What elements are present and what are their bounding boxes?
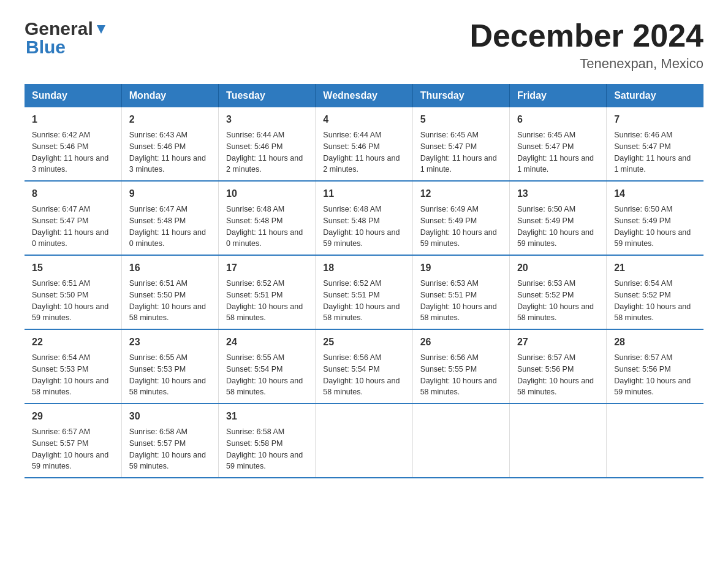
day-number: 2 (129, 112, 211, 127)
logo: General Blue (25, 18, 108, 58)
calendar-cell-5-5 (412, 404, 509, 478)
day-info: Sunrise: 6:50 AMSunset: 5:49 PMDaylight:… (614, 204, 696, 250)
calendar-cell-1-6: 6Sunrise: 6:45 AMSunset: 5:47 PMDaylight… (509, 107, 606, 181)
day-info: Sunrise: 6:43 AMSunset: 5:46 PMDaylight:… (129, 129, 211, 175)
day-number: 13 (517, 186, 599, 201)
col-header-friday: Friday (509, 84, 606, 107)
day-info: Sunrise: 6:57 AMSunset: 5:56 PMDaylight:… (517, 352, 599, 398)
day-info: Sunrise: 6:47 AMSunset: 5:48 PMDaylight:… (129, 204, 211, 250)
logo-arrow-icon (94, 23, 108, 36)
day-info: Sunrise: 6:48 AMSunset: 5:48 PMDaylight:… (226, 204, 308, 250)
day-info: Sunrise: 6:47 AMSunset: 5:47 PMDaylight:… (32, 204, 114, 250)
calendar-week-5: 29Sunrise: 6:57 AMSunset: 5:57 PMDayligh… (25, 404, 703, 478)
calendar-cell-2-2: 9Sunrise: 6:47 AMSunset: 5:48 PMDaylight… (121, 181, 218, 255)
day-number: 21 (614, 261, 696, 275)
col-header-monday: Monday (121, 84, 218, 107)
page-header: General Blue December 2024 Tenenexpan, M… (25, 18, 703, 72)
calendar-cell-2-3: 10Sunrise: 6:48 AMSunset: 5:48 PMDayligh… (219, 181, 316, 255)
calendar-cell-3-5: 19Sunrise: 6:53 AMSunset: 5:51 PMDayligh… (412, 255, 509, 329)
day-info: Sunrise: 6:54 AMSunset: 5:52 PMDaylight:… (614, 278, 696, 324)
day-info: Sunrise: 6:48 AMSunset: 5:48 PMDaylight:… (323, 204, 404, 250)
calendar-cell-1-7: 7Sunrise: 6:46 AMSunset: 5:47 PMDaylight… (607, 107, 703, 181)
calendar-cell-5-4 (316, 404, 412, 478)
day-number: 30 (129, 409, 211, 424)
col-header-saturday: Saturday (607, 84, 703, 107)
calendar-table: SundayMondayTuesdayWednesdayThursdayFrid… (25, 84, 703, 478)
calendar-cell-2-1: 8Sunrise: 6:47 AMSunset: 5:47 PMDaylight… (25, 181, 121, 255)
day-info: Sunrise: 6:55 AMSunset: 5:53 PMDaylight:… (129, 352, 211, 398)
calendar-cell-2-7: 14Sunrise: 6:50 AMSunset: 5:49 PMDayligh… (607, 181, 703, 255)
calendar-week-4: 22Sunrise: 6:54 AMSunset: 5:53 PMDayligh… (25, 329, 703, 404)
calendar-cell-1-3: 3Sunrise: 6:44 AMSunset: 5:46 PMDaylight… (219, 107, 316, 181)
calendar-cell-3-1: 15Sunrise: 6:51 AMSunset: 5:50 PMDayligh… (25, 255, 121, 329)
col-header-thursday: Thursday (412, 84, 509, 107)
title-block: December 2024 Tenenexpan, Mexico (469, 18, 703, 72)
day-number: 6 (517, 112, 599, 127)
day-number: 25 (323, 335, 404, 350)
day-number: 29 (32, 409, 114, 424)
calendar-cell-5-2: 30Sunrise: 6:58 AMSunset: 5:57 PMDayligh… (121, 404, 218, 478)
calendar-cell-3-6: 20Sunrise: 6:53 AMSunset: 5:52 PMDayligh… (509, 255, 606, 329)
day-number: 5 (420, 112, 502, 127)
calendar-cell-4-3: 24Sunrise: 6:55 AMSunset: 5:54 PMDayligh… (219, 329, 316, 404)
calendar-cell-4-1: 22Sunrise: 6:54 AMSunset: 5:53 PMDayligh… (25, 329, 121, 404)
day-info: Sunrise: 6:52 AMSunset: 5:51 PMDaylight:… (226, 278, 308, 324)
svg-marker-0 (97, 25, 105, 34)
col-header-tuesday: Tuesday (219, 84, 316, 107)
day-number: 8 (32, 186, 114, 201)
day-number: 9 (129, 186, 211, 201)
calendar-cell-5-1: 29Sunrise: 6:57 AMSunset: 5:57 PMDayligh… (25, 404, 121, 478)
calendar-cell-4-7: 28Sunrise: 6:57 AMSunset: 5:56 PMDayligh… (607, 329, 703, 404)
logo-blue-text: Blue (26, 37, 66, 58)
day-info: Sunrise: 6:56 AMSunset: 5:55 PMDaylight:… (420, 352, 502, 398)
calendar-cell-3-7: 21Sunrise: 6:54 AMSunset: 5:52 PMDayligh… (607, 255, 703, 329)
col-header-sunday: Sunday (25, 84, 121, 107)
day-info: Sunrise: 6:50 AMSunset: 5:49 PMDaylight:… (517, 204, 599, 250)
calendar-cell-4-5: 26Sunrise: 6:56 AMSunset: 5:55 PMDayligh… (412, 329, 509, 404)
day-info: Sunrise: 6:53 AMSunset: 5:51 PMDaylight:… (420, 278, 502, 324)
day-info: Sunrise: 6:53 AMSunset: 5:52 PMDaylight:… (517, 278, 599, 324)
day-info: Sunrise: 6:44 AMSunset: 5:46 PMDaylight:… (226, 129, 308, 175)
calendar-cell-2-6: 13Sunrise: 6:50 AMSunset: 5:49 PMDayligh… (509, 181, 606, 255)
day-number: 16 (129, 261, 211, 275)
day-number: 11 (323, 186, 404, 201)
calendar-week-1: 1Sunrise: 6:42 AMSunset: 5:46 PMDaylight… (25, 107, 703, 181)
day-number: 12 (420, 186, 502, 201)
day-info: Sunrise: 6:46 AMSunset: 5:47 PMDaylight:… (614, 129, 696, 175)
calendar-cell-2-5: 12Sunrise: 6:49 AMSunset: 5:49 PMDayligh… (412, 181, 509, 255)
calendar-week-2: 8Sunrise: 6:47 AMSunset: 5:47 PMDaylight… (25, 181, 703, 255)
day-number: 20 (517, 261, 599, 275)
calendar-subtitle: Tenenexpan, Mexico (469, 56, 703, 72)
day-number: 4 (323, 112, 404, 127)
day-number: 26 (420, 335, 502, 350)
calendar-cell-3-2: 16Sunrise: 6:51 AMSunset: 5:50 PMDayligh… (121, 255, 218, 329)
day-number: 7 (614, 112, 696, 127)
day-number: 18 (323, 261, 404, 275)
calendar-cell-5-6 (509, 404, 606, 478)
day-info: Sunrise: 6:56 AMSunset: 5:54 PMDaylight:… (323, 352, 404, 398)
calendar-cell-4-6: 27Sunrise: 6:57 AMSunset: 5:56 PMDayligh… (509, 329, 606, 404)
day-info: Sunrise: 6:45 AMSunset: 5:47 PMDaylight:… (420, 129, 502, 175)
day-number: 28 (614, 335, 696, 350)
day-info: Sunrise: 6:51 AMSunset: 5:50 PMDaylight:… (129, 278, 211, 324)
calendar-cell-3-4: 18Sunrise: 6:52 AMSunset: 5:51 PMDayligh… (316, 255, 412, 329)
day-number: 27 (517, 335, 599, 350)
day-info: Sunrise: 6:57 AMSunset: 5:57 PMDaylight:… (32, 426, 114, 472)
day-number: 10 (226, 186, 308, 201)
day-info: Sunrise: 6:58 AMSunset: 5:58 PMDaylight:… (226, 426, 308, 472)
calendar-cell-5-7 (607, 404, 703, 478)
day-number: 17 (226, 261, 308, 275)
calendar-cell-4-4: 25Sunrise: 6:56 AMSunset: 5:54 PMDayligh… (316, 329, 412, 404)
calendar-cell-1-2: 2Sunrise: 6:43 AMSunset: 5:46 PMDaylight… (121, 107, 218, 181)
calendar-cell-1-5: 5Sunrise: 6:45 AMSunset: 5:47 PMDaylight… (412, 107, 509, 181)
calendar-cell-1-1: 1Sunrise: 6:42 AMSunset: 5:46 PMDaylight… (25, 107, 121, 181)
day-number: 14 (614, 186, 696, 201)
calendar-week-3: 15Sunrise: 6:51 AMSunset: 5:50 PMDayligh… (25, 255, 703, 329)
day-info: Sunrise: 6:42 AMSunset: 5:46 PMDaylight:… (32, 129, 114, 175)
day-info: Sunrise: 6:49 AMSunset: 5:49 PMDaylight:… (420, 204, 502, 250)
calendar-cell-3-3: 17Sunrise: 6:52 AMSunset: 5:51 PMDayligh… (219, 255, 316, 329)
logo-general-text: General (25, 18, 93, 39)
col-header-wednesday: Wednesday (316, 84, 412, 107)
day-info: Sunrise: 6:45 AMSunset: 5:47 PMDaylight:… (517, 129, 599, 175)
day-info: Sunrise: 6:54 AMSunset: 5:53 PMDaylight:… (32, 352, 114, 398)
